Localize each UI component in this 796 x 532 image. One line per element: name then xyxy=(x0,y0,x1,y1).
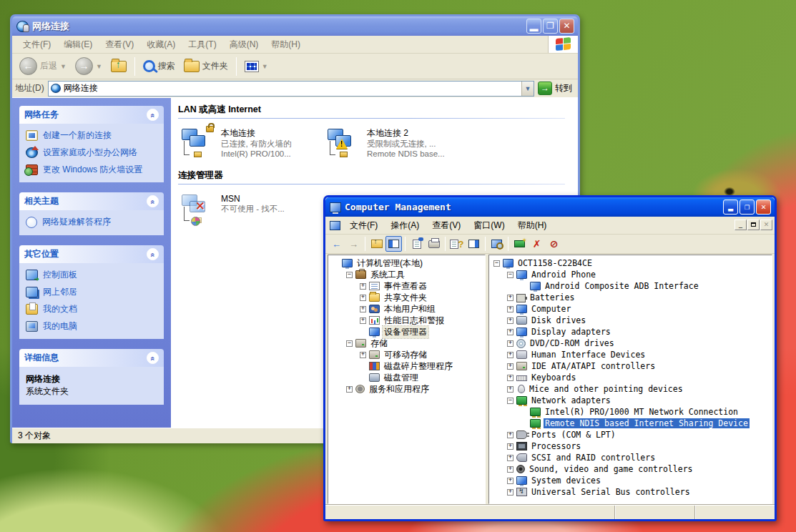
nc-close-button[interactable]: ✕ xyxy=(559,19,574,34)
tree-item-label[interactable]: Ports (COM & LPT) xyxy=(530,430,617,440)
tree-item-label[interactable]: Network adapters xyxy=(530,395,612,405)
cm-maximize-button[interactable]: ❐ xyxy=(740,200,755,215)
expand-icon[interactable]: + xyxy=(507,386,514,393)
folders-button[interactable]: 文件夹 xyxy=(181,59,231,74)
tree-item-label[interactable]: Android Composite ADB Interface xyxy=(544,281,700,291)
menu-item[interactable]: 查看(V) xyxy=(99,36,140,53)
sidebar-item[interactable]: 网上邻居 xyxy=(26,287,159,297)
tree-item-label[interactable]: 磁盘管理 xyxy=(383,372,420,384)
menu-item[interactable]: 帮助(H) xyxy=(511,217,554,234)
collapse-icon[interactable]: − xyxy=(507,272,514,278)
tree-item-label[interactable]: Mice and other pointing devices xyxy=(528,384,684,394)
sidebar-section-header[interactable]: 相关主题« xyxy=(19,192,164,210)
collapse-icon[interactable]: − xyxy=(493,260,500,267)
scan-hardware-changes-button[interactable] xyxy=(488,236,505,252)
expand-icon[interactable]: + xyxy=(507,432,514,438)
tree-item-label[interactable]: Intel(R) PRO/1000 MT Network Connection xyxy=(544,407,740,417)
menu-item[interactable]: 查看(V) xyxy=(426,217,467,234)
sidebar-item-label[interactable]: 设置家庭或小型办公网络 xyxy=(43,147,137,158)
tree-item-label[interactable]: System devices xyxy=(530,476,602,486)
tree-item-label[interactable]: 计算机管理(本地) xyxy=(355,257,424,270)
cm-title-bar[interactable]: Computer Management ▬ ❐ ✕ xyxy=(325,197,775,217)
connection-item[interactable]: 本地连接 2受限制或无连接, ...Remote NDIS base... xyxy=(327,127,454,159)
tree-item-label[interactable]: Display adapters xyxy=(530,327,612,337)
sidebar-item[interactable]: 控制面板 xyxy=(26,270,159,280)
tree-item-label[interactable]: 系统工具 xyxy=(369,269,406,281)
tree-item-label[interactable]: 设备管理器 xyxy=(383,326,428,338)
update-driver-button[interactable] xyxy=(511,236,528,252)
back-button[interactable]: ← 后退 ▼ xyxy=(16,56,69,77)
menu-item[interactable]: 收藏(A) xyxy=(140,36,182,53)
expand-icon[interactable]: + xyxy=(346,386,353,393)
chevron-up-icon[interactable]: « xyxy=(147,248,159,260)
connection-item[interactable]: 本地连接已连接, 有防火墙的Intel(R) PRO/100... xyxy=(181,127,308,159)
sidebar-section-header[interactable]: 其它位置« xyxy=(19,245,164,263)
nc-title-bar[interactable]: 网络连接 ▬ ❐ ✕ xyxy=(12,16,578,36)
expand-icon[interactable]: + xyxy=(507,340,514,347)
sidebar-item[interactable]: 我的文档 xyxy=(26,304,159,315)
collapse-icon[interactable]: − xyxy=(346,272,353,278)
help-button[interactable]: ? xyxy=(448,236,465,252)
menu-item[interactable]: 编辑(E) xyxy=(57,36,99,53)
connection-name[interactable]: 本地连接 xyxy=(221,128,291,139)
nc-minimize-button[interactable]: ▬ xyxy=(526,19,541,34)
expand-icon[interactable]: + xyxy=(507,443,514,450)
expand-icon[interactable]: + xyxy=(507,363,514,370)
sidebar-section-header[interactable]: 网络任务« xyxy=(19,106,164,124)
expand-icon[interactable]: + xyxy=(507,306,514,312)
chevron-up-icon[interactable]: « xyxy=(147,109,159,121)
expand-icon[interactable]: + xyxy=(507,466,514,473)
sidebar-item-label[interactable]: 我的文档 xyxy=(43,304,77,315)
tree-item-label[interactable]: 可移动存储 xyxy=(383,349,428,361)
tree-item-label[interactable]: Human Interface Devices xyxy=(530,350,647,360)
tree-item-label[interactable]: 磁盘碎片整理程序 xyxy=(383,360,454,373)
tree-item-label[interactable]: Batteries xyxy=(529,292,576,302)
tree-item-label[interactable]: IDE ATA/ATAPI controllers xyxy=(530,361,657,371)
sidebar-item[interactable]: 更改 Windows 防火墙设置 xyxy=(26,164,159,175)
tree-item-label[interactable]: Keyboards xyxy=(530,373,577,383)
menu-item[interactable]: 帮助(H) xyxy=(265,36,307,53)
sidebar-item-label[interactable]: 更改 Windows 防火墙设置 xyxy=(43,164,142,175)
mdi-close-button[interactable]: ✕ xyxy=(760,220,772,230)
print-button[interactable] xyxy=(426,236,442,252)
expand-icon[interactable]: + xyxy=(507,329,514,335)
uninstall-device-button[interactable]: ✗ xyxy=(529,236,545,252)
sidebar-item[interactable]: 网络疑难解答程序 xyxy=(26,217,159,228)
mdi-restore-button[interactable] xyxy=(747,220,760,230)
expand-icon[interactable]: + xyxy=(507,489,514,496)
expand-icon[interactable]: + xyxy=(507,317,514,324)
sidebar-item-label[interactable]: 控制面板 xyxy=(43,270,77,280)
chevron-up-icon[interactable]: « xyxy=(147,195,159,207)
mdi-minimize-button[interactable]: _ xyxy=(734,220,747,230)
tree-item-label[interactable]: Processors xyxy=(530,441,582,451)
console-back-button[interactable]: ← xyxy=(328,236,345,252)
expand-icon[interactable]: + xyxy=(360,295,366,301)
tree-item-label[interactable]: SCSI and RAID controllers xyxy=(530,453,657,463)
back-dropdown-icon[interactable]: ▼ xyxy=(60,63,67,70)
collapse-icon[interactable]: − xyxy=(346,340,353,347)
menu-item[interactable]: 窗口(W) xyxy=(467,217,511,234)
expand-icon[interactable]: + xyxy=(507,295,514,301)
sidebar-section-header[interactable]: 详细信息« xyxy=(19,349,164,367)
cm-minimize-button[interactable]: ▬ xyxy=(723,200,738,215)
tree-item-label[interactable]: DVD/CD-ROM drives xyxy=(529,338,616,348)
sidebar-item-label[interactable]: 网络疑难解答程序 xyxy=(42,217,111,227)
sidebar-item-label[interactable]: 创建一个新的连接 xyxy=(43,130,112,141)
collapse-icon[interactable]: − xyxy=(507,398,514,404)
tree-item-label[interactable]: 存储 xyxy=(369,338,389,350)
expand-icon[interactable]: + xyxy=(507,352,514,358)
nc-maximize-button[interactable]: ❐ xyxy=(543,19,558,34)
connection-name[interactable]: MSN xyxy=(221,194,285,205)
menu-item[interactable]: 文件(F) xyxy=(16,36,57,53)
console-forward-button[interactable]: → xyxy=(345,236,362,252)
tree-item-label[interactable]: Computer xyxy=(530,304,572,314)
tree-item-label[interactable]: 本地用户和组 xyxy=(383,303,437,315)
expand-icon[interactable]: + xyxy=(360,283,366,290)
console-up-button[interactable] xyxy=(368,236,385,252)
show-console-tree-button[interactable] xyxy=(385,236,402,252)
tree-item-label[interactable]: Universal Serial Bus controllers xyxy=(530,487,692,497)
expand-icon[interactable]: + xyxy=(360,317,366,324)
menu-item[interactable]: 工具(T) xyxy=(182,36,222,53)
tree-item-label[interactable]: 共享文件夹 xyxy=(383,292,428,304)
tree-item-label[interactable]: 事件查看器 xyxy=(383,280,428,292)
